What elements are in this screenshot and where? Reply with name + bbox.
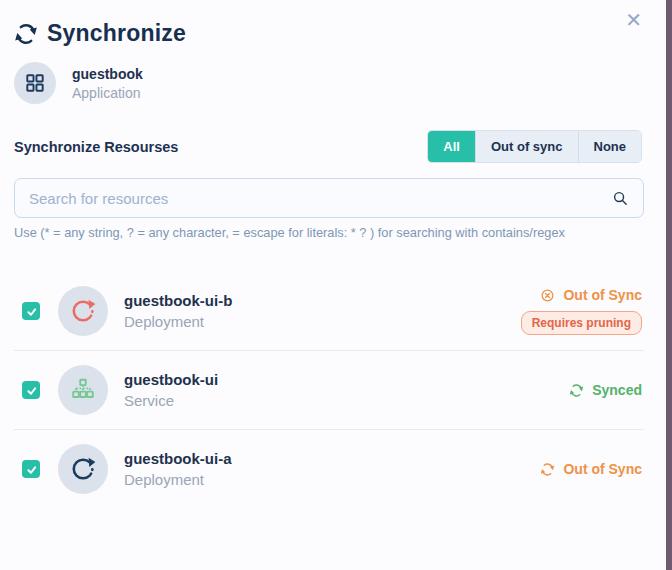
x-circle-icon xyxy=(540,288,555,303)
status-badge: Out of Sync xyxy=(540,461,642,477)
sync-arrows-icon xyxy=(540,462,555,477)
application-name: guestbook xyxy=(72,66,143,82)
application-summary: guestbook Application xyxy=(14,62,644,104)
resource-name: guestbook-ui-a xyxy=(124,450,232,467)
application-avatar xyxy=(14,62,56,104)
resource-kind: Deployment xyxy=(124,313,232,330)
resource-kind: Service xyxy=(124,392,218,409)
deployment-icon xyxy=(69,297,97,325)
resource-row: guestbook-ui Service Synced xyxy=(14,350,644,429)
window-edge xyxy=(666,0,672,570)
filter-none-button[interactable]: None xyxy=(578,131,642,162)
resource-row: guestbook-ui-b Deployment Out of Sync Re… xyxy=(14,272,644,350)
status-label: Out of Sync xyxy=(563,461,642,477)
resource-kind: Deployment xyxy=(124,471,232,488)
resource-row: guestbook-ui-a Deployment Out of Sync xyxy=(14,429,644,508)
filter-out-of-sync-button[interactable]: Out of sync xyxy=(475,131,578,162)
check-icon xyxy=(25,305,37,317)
panel-header: Synchronize xyxy=(14,20,644,47)
resource-avatar xyxy=(58,444,108,494)
status-label: Synced xyxy=(592,382,642,398)
resource-checkbox[interactable] xyxy=(22,381,40,399)
filter-all-button[interactable]: All xyxy=(428,131,475,162)
requires-pruning-badge: Requires pruning xyxy=(521,311,642,335)
application-grid-icon xyxy=(24,72,46,94)
status-badge: Out of Sync xyxy=(540,287,642,303)
sync-icon xyxy=(14,22,38,46)
sync-arrows-icon xyxy=(569,383,584,398)
search-input[interactable] xyxy=(29,190,612,207)
check-icon xyxy=(25,384,37,396)
status-label: Out of Sync xyxy=(563,287,642,303)
resource-name: guestbook-ui-b xyxy=(124,292,232,309)
synchronize-resources-label: Synchronize Resourses xyxy=(14,139,178,155)
synchronize-panel: ✕ Synchronize guestbook Application Sync… xyxy=(0,0,672,508)
service-icon xyxy=(69,376,97,404)
page-title: Synchronize xyxy=(47,20,186,47)
sync-filter-group: All Out of sync None xyxy=(427,130,642,163)
resource-list: guestbook-ui-b Deployment Out of Sync Re… xyxy=(14,272,644,508)
resource-checkbox[interactable] xyxy=(22,302,40,320)
resource-avatar xyxy=(58,365,108,415)
search-icon[interactable] xyxy=(612,190,629,207)
resource-checkbox[interactable] xyxy=(22,460,40,478)
deployment-icon xyxy=(69,455,97,483)
resource-name: guestbook-ui xyxy=(124,371,218,388)
resource-search-box xyxy=(14,178,644,218)
status-badge: Synced xyxy=(569,382,642,398)
close-icon[interactable]: ✕ xyxy=(625,10,642,30)
resource-avatar xyxy=(58,286,108,336)
check-icon xyxy=(25,463,37,475)
application-kind: Application xyxy=(72,85,143,101)
search-hint: Use (* = any string, ? = any character, … xyxy=(14,225,644,240)
